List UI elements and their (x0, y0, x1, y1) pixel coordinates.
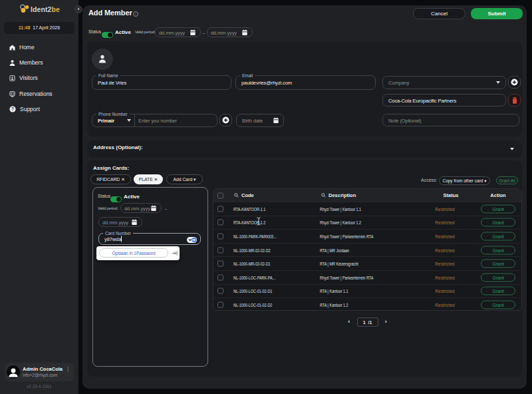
svg-text:?: ? (11, 106, 14, 111)
